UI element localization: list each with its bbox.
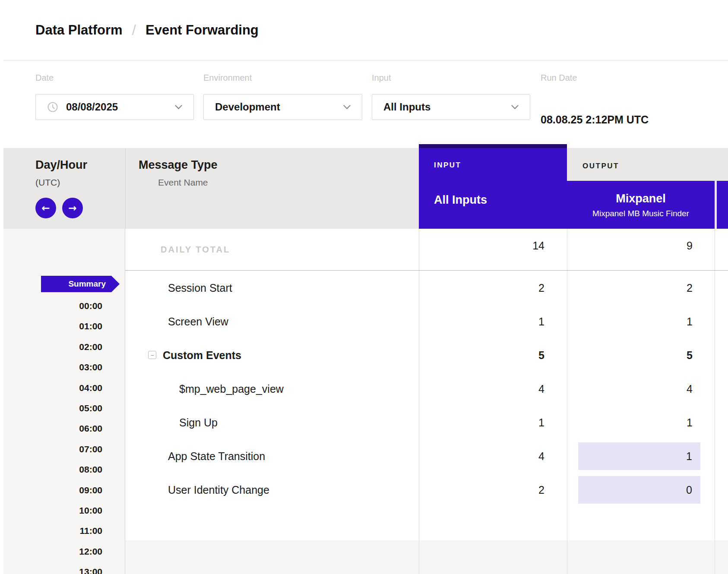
event-name-label: User Identity Change: [168, 473, 269, 507]
event-forwarding-page: Data Platform / Event Forwarding Date 08…: [0, 0, 728, 574]
table-body: Summary 00:00 01:00 02:00 03:00 04:00 05…: [3, 229, 728, 574]
table-row: Screen View 1 1: [125, 305, 728, 338]
input-count: 2: [538, 271, 544, 305]
hour-slot[interactable]: 04:00: [3, 378, 125, 398]
daily-total-input-count: 14: [532, 229, 544, 262]
partial-output-column-header[interactable]: [717, 181, 728, 229]
minus-box-icon[interactable]: −: [148, 351, 156, 359]
day-hour-header: Day/Hour: [35, 158, 87, 172]
date-filter-dropdown[interactable]: 08/08/2025: [35, 94, 194, 120]
run-date-group: Run Date 08.08.25 2:12PM UTC: [541, 73, 649, 148]
previous-day-button[interactable]: ←: [35, 198, 56, 218]
breadcrumb-separator-icon: /: [132, 22, 136, 38]
hour-slot[interactable]: 07:00: [3, 439, 125, 459]
daily-total-output-count: 9: [687, 229, 693, 262]
table-row: App State Transition 4 1: [125, 439, 728, 473]
chevron-down-icon: [511, 105, 519, 110]
event-name-label: Screen View: [168, 305, 228, 338]
table-row: User Identity Change 2 0: [125, 473, 728, 507]
arrow-left-icon: ←: [41, 202, 50, 214]
output-count: 4: [687, 372, 693, 406]
mixpanel-column-title: Mixpanel: [567, 192, 715, 205]
table-header: Day/Hour (UTC) ← → Message Type Event Na…: [3, 148, 728, 229]
next-day-button[interactable]: →: [62, 198, 83, 218]
breadcrumb-item-event-forwarding: Event Forwarding: [146, 22, 259, 38]
filter-bar: Date 08/08/2025 Environment Development: [3, 60, 728, 148]
hour-slot[interactable]: 12:00: [3, 541, 125, 561]
hour-slot[interactable]: 11:00: [3, 520, 125, 541]
breadcrumb: Data Platform / Event Forwarding: [3, 0, 728, 60]
event-name-label: Session Start: [168, 271, 232, 305]
table-row: $mp_web_page_view 4 4: [125, 372, 728, 406]
arrow-right-icon: →: [68, 202, 76, 214]
event-name-label: App State Transition: [168, 439, 265, 473]
mixpanel-column-header[interactable]: Mixpanel Mixpanel MB Music Finder: [567, 181, 715, 229]
clock-icon: [47, 101, 58, 113]
input-filter-dropdown[interactable]: All Inputs: [372, 94, 530, 120]
output-group-label: OUTPUT: [582, 162, 619, 170]
highlighted-output-cell[interactable]: 1: [578, 442, 700, 470]
input-count: 1: [538, 406, 544, 439]
daily-total-label: DAILY TOTAL: [161, 229, 230, 271]
input-filter-label: Input: [372, 73, 530, 82]
hour-slot[interactable]: 13:00: [3, 561, 125, 574]
input-count: 5: [538, 338, 544, 372]
chevron-down-icon: [343, 105, 351, 110]
event-forwarding-table: Day/Hour (UTC) ← → Message Type Event Na…: [3, 148, 728, 574]
hour-list: 00:00 01:00 02:00 03:00 04:00 05:00 06:0…: [3, 296, 125, 574]
run-date-value: 08.08.25 2:12PM UTC: [541, 114, 649, 126]
event-name-subheader: Event Name: [158, 177, 208, 188]
highlighted-output-cell[interactable]: 0: [578, 476, 700, 504]
mixpanel-column-subtitle: Mixpanel MB Music Finder: [567, 209, 715, 218]
input-count: 2: [538, 473, 544, 507]
day-hour-timezone: (UTC): [35, 177, 60, 188]
hour-slot[interactable]: 02:00: [3, 337, 125, 357]
summary-flag[interactable]: Summary: [41, 276, 120, 292]
hour-slot[interactable]: 05:00: [3, 398, 125, 418]
date-filter-value: 08/08/2025: [66, 101, 118, 113]
table-row: − Custom Events 5 5: [125, 338, 728, 372]
input-filter-value: All Inputs: [383, 101, 430, 113]
event-name-label: Custom Events: [163, 338, 241, 372]
environment-filter-dropdown[interactable]: Development: [203, 94, 362, 120]
output-count: 5: [687, 338, 693, 372]
input-column-title: All Inputs: [434, 193, 487, 207]
run-date-label: Run Date: [541, 73, 649, 82]
hour-slot[interactable]: 09:00: [3, 480, 125, 500]
hour-slot[interactable]: 06:00: [3, 418, 125, 438]
hour-slot[interactable]: 08:00: [3, 459, 125, 479]
table-footer-strip: [125, 540, 728, 574]
environment-filter-label: Environment: [203, 73, 362, 82]
hour-slot[interactable]: 10:00: [3, 500, 125, 520]
day-hour-sidebar: Summary 00:00 01:00 02:00 03:00 04:00 05…: [3, 229, 125, 574]
daily-total-row: DAILY TOTAL 14 9: [125, 229, 728, 271]
table-row: Sign Up 1 1: [125, 406, 728, 439]
event-rows: Session Start 2 2 Screen View 1 1 − Cust…: [125, 271, 728, 507]
input-count: 1: [538, 305, 544, 338]
date-filter-group: Date 08/08/2025: [35, 73, 194, 148]
input-count: 4: [538, 372, 544, 406]
hour-slot[interactable]: 03:00: [3, 357, 125, 377]
event-name-label: Sign Up: [179, 406, 218, 439]
environment-filter-group: Environment Development: [203, 73, 362, 148]
hour-slot[interactable]: 01:00: [3, 316, 125, 336]
output-count: 1: [687, 406, 693, 439]
date-filter-label: Date: [35, 73, 194, 82]
event-name-label: $mp_web_page_view: [179, 372, 284, 406]
output-count: 2: [687, 271, 693, 305]
input-column-header[interactable]: INPUT All Inputs: [419, 144, 567, 229]
header-column-divider: [125, 148, 126, 229]
table-row: Session Start 2 2: [125, 271, 728, 305]
message-type-header: Message Type: [139, 158, 218, 172]
breadcrumb-item-data-platform[interactable]: Data Platform: [35, 22, 123, 38]
chevron-down-icon: [175, 105, 182, 110]
hour-slot[interactable]: 00:00: [3, 296, 125, 316]
output-count: 1: [687, 305, 693, 338]
input-filter-group: Input All Inputs: [372, 73, 530, 148]
input-count: 4: [538, 439, 544, 473]
input-group-label: INPUT: [434, 161, 462, 170]
environment-filter-value: Development: [215, 101, 280, 113]
